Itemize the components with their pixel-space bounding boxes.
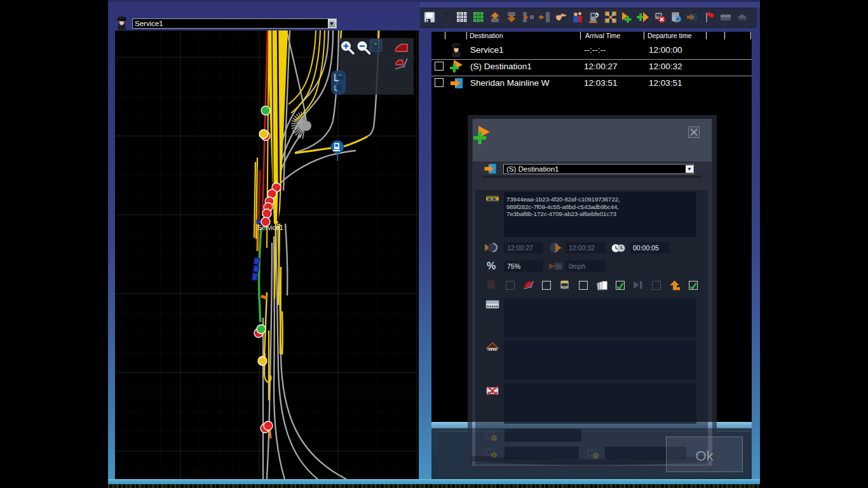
svg-text:Service1: Service1 bbox=[257, 224, 283, 231]
svg-text:50: 50 bbox=[556, 264, 562, 269]
